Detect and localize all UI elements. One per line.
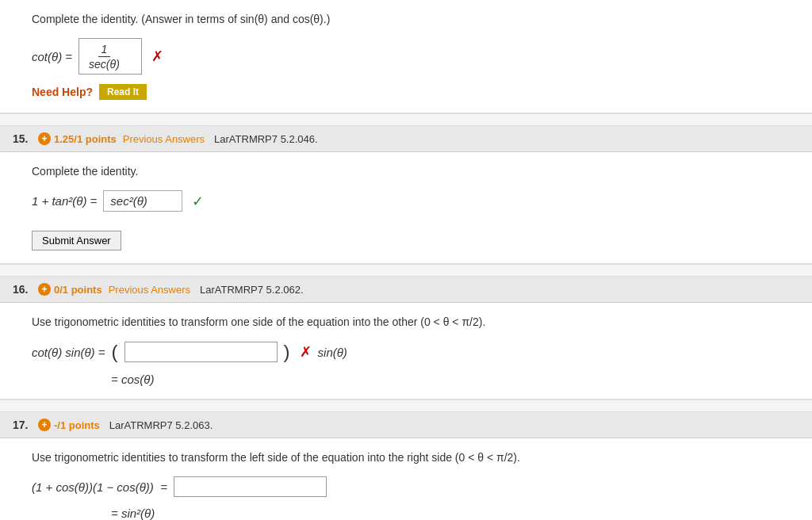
initial-math-line: cot(θ) = 1 sec(θ) ✗ [32, 38, 787, 75]
spacer-3 [0, 400, 812, 412]
problem-17-plus-icon: + [38, 419, 51, 431]
problem-16-incorrect-icon: ✗ [300, 343, 312, 361]
problem-17-math-line: (1 + cos(θ))(1 − cos(θ)) = [32, 476, 787, 497]
problem-16-header: 16. + 0/1 points Previous Answers LarATR… [0, 277, 812, 303]
close-paren: ) [284, 341, 290, 363]
problem-16-id: LarATRMRP7 5.2.062. [200, 284, 304, 296]
need-help-section: Need Help? Read It [32, 84, 787, 100]
problem-16-lhs: cot(θ) sin(θ) = [32, 346, 105, 359]
problem-16-input[interactable] [124, 342, 278, 362]
spacer-2 [0, 264, 812, 277]
read-it-button[interactable]: Read It [99, 84, 147, 100]
problem-15-plus-icon: + [38, 132, 51, 145]
problem-15-id: LarATRMRP7 5.2.046. [214, 133, 318, 145]
initial-problem-section: Complete the identity. (Answer in terms … [0, 0, 812, 113]
problem-16-body: Use trigonometric identities to transfor… [0, 303, 812, 399]
open-paren: ( [112, 341, 118, 363]
problem-16-subline: = cos(θ) [111, 373, 787, 386]
problem-17-badge: + -/1 points [38, 419, 100, 431]
problem-17-header: 17. + -/1 points LarATRMRP7 5.2.063. [0, 412, 812, 438]
problem-17-lhs: (1 + cos(θ))(1 − cos(θ)) = [32, 480, 167, 494]
page-container: Complete the identity. (Answer in terms … [0, 0, 812, 520]
problem-17-body: Use trigonometric identities to transfor… [0, 438, 812, 520]
problem-15-prev-answers[interactable]: Previous Answers [123, 133, 205, 145]
problem-16-number: 16. [13, 283, 32, 296]
problem-16-result: = cos(θ) [111, 373, 154, 386]
initial-answer-box: 1 sec(θ) [79, 38, 142, 75]
problem-17-section: 17. + -/1 points LarATRMRP7 5.2.063. Use… [0, 412, 812, 520]
problem-15-badge: + 1.25/1 points [38, 132, 117, 145]
problem-15-section: 15. + 1.25/1 points Previous Answers Lar… [0, 126, 812, 264]
initial-lhs: cot(θ) = [32, 50, 72, 63]
initial-fraction: 1 sec(θ) [86, 43, 123, 71]
incorrect-icon: ✗ [151, 48, 163, 65]
problem-17-id: LarATRMRP7 5.2.063. [109, 419, 213, 431]
submit-answer-button[interactable]: Submit Answer [32, 231, 121, 250]
problem-15-lhs: 1 + tan²(θ) = [32, 194, 97, 208]
spacer-1 [0, 113, 812, 126]
problem-16-points: 0/1 points [54, 284, 102, 296]
problem-15-body: Complete the identity. 1 + tan²(θ) = sec… [0, 152, 812, 263]
problem-15-points: 1.25/1 points [54, 133, 117, 145]
problem-15-math-line: 1 + tan²(θ) = sec²(θ) ✓ [32, 190, 787, 212]
fraction-denominator: sec(θ) [86, 57, 123, 71]
problem-16-badge: + 0/1 points [38, 283, 102, 296]
problem-17-instruction: Use trigonometric identities to transfor… [32, 451, 787, 464]
correct-icon: ✓ [192, 193, 204, 210]
fraction-numerator: 1 [98, 43, 111, 57]
problem-16-plus-icon: + [38, 283, 51, 296]
need-help-label: Need Help? [32, 86, 93, 98]
problem-16-instruction: Use trigonometric identities to transfor… [32, 315, 787, 328]
problem-17-number: 17. [13, 419, 32, 431]
problem-16-math-line: cot(θ) sin(θ) = ( ) ✗ sin(θ) [32, 341, 787, 363]
problem-17-points: -/1 points [54, 419, 100, 431]
problem-15-instruction: Complete the identity. [32, 165, 787, 178]
problem-17-result: = sin²(θ) [111, 507, 155, 520]
problem-16-rhs: sin(θ) [318, 346, 347, 359]
problem-15-header: 15. + 1.25/1 points Previous Answers Lar… [0, 126, 812, 152]
problem-17-subline: = sin²(θ) [111, 507, 787, 520]
problem-15-number: 15. [13, 132, 32, 145]
problem-16-section: 16. + 0/1 points Previous Answers LarATR… [0, 277, 812, 400]
problem-16-prev-answers[interactable]: Previous Answers [109, 284, 190, 296]
problem-15-answer: sec²(θ) [103, 190, 182, 212]
problem-17-input[interactable] [174, 476, 327, 497]
initial-instruction: Complete the identity. (Answer in terms … [32, 13, 787, 25]
